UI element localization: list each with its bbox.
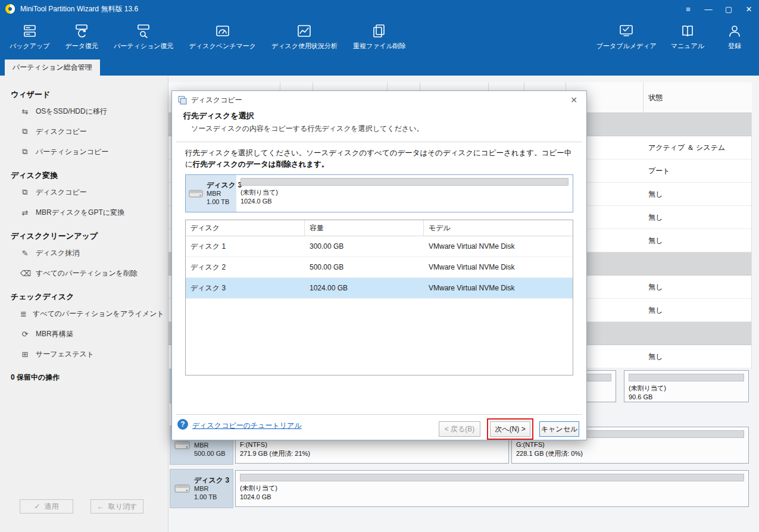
status-cell: 無し: [648, 212, 663, 223]
toolbar-item-backup[interactable]: バックアップ: [10, 23, 50, 51]
toolbar-item-duplicate-remover[interactable]: 重複ファイル削除: [353, 23, 406, 51]
sidebar-item-label: MBR再構築: [36, 329, 73, 339]
status-cell: 無し: [648, 305, 663, 315]
toolbar-item-label: マニュアル: [671, 42, 704, 51]
toolbar-item-label: ディスクベンチマーク: [189, 42, 256, 51]
dialog-header: ディスクコピー ✕: [172, 91, 586, 109]
disk-type: MBR: [194, 484, 229, 493]
disk-table-row-3-selected[interactable]: ディスク 3 1024.00 GB VMware Virtual NVMe Di…: [186, 278, 573, 299]
disk-copy-icon: [178, 96, 187, 105]
sidebar-item-wipe-disk[interactable]: ✎ ディスク抹消: [11, 243, 163, 263]
toolbar-item-bootable-media[interactable]: ブータブルメディア: [596, 23, 657, 51]
disk-copy-icon: ⧉: [20, 187, 30, 197]
toolbar-item-disk-benchmark[interactable]: ディスクベンチマーク: [189, 23, 256, 51]
capacity-cell: 1024.00 GB: [305, 284, 424, 292]
app-logo-icon: [5, 4, 15, 14]
status-cell: 無し: [648, 236, 663, 246]
partition-label: (未割り当て): [240, 188, 569, 197]
wipe-disk-icon: ✎: [20, 249, 30, 258]
sidebar-item-rebuild-mbr[interactable]: ⟳ MBR再構築: [11, 324, 163, 344]
sidebar-item-disk-copy[interactable]: ⧉ ディスクコピー: [11, 121, 163, 142]
partition-box-unallocated[interactable]: (未割り当て) 1024.0 GB: [235, 470, 749, 507]
undo-button[interactable]: ← 取り消す: [90, 499, 143, 514]
divider: [176, 142, 582, 142]
menu-button[interactable]: ≡: [678, 0, 698, 18]
status-cell: 無し: [648, 282, 663, 292]
disk-size: 500.00 GB: [194, 449, 229, 458]
apply-button-label: 適用: [45, 502, 59, 512]
disk-benchmark-icon: [215, 23, 230, 39]
disk-name: ディスク 3: [194, 476, 229, 484]
backup-icon: [22, 23, 38, 39]
sidebar-item-disk-copy-2[interactable]: ⧉ ディスクコピー: [11, 182, 163, 202]
disk-icon: [189, 189, 203, 199]
surface-test-icon: ⊞: [20, 350, 30, 359]
tabbar: パーティション総合管理: [0, 60, 759, 76]
column-header-capacity: 容量: [305, 220, 424, 236]
align-partitions-icon: ≣: [20, 309, 27, 318]
capacity-cell: 300.00 GB: [305, 242, 424, 251]
bootable-media-icon: [619, 23, 634, 39]
partition-box-unallocated[interactable]: (未割り当て) 90.6 GB: [624, 370, 749, 402]
model-cell: VMware Virtual NVMe Disk: [424, 242, 573, 251]
usage-bar: [629, 374, 744, 381]
apply-button[interactable]: ✓ 適用: [20, 499, 73, 514]
partition-size: 228.1 GB (使用済: 0%): [516, 449, 744, 458]
sidebar-section-disk-convert: ディスク変換: [11, 170, 163, 182]
disk-map-row-disk3: ディスク 3 MBR 1.00 TB (未割り当て) 1024.0 GB: [170, 469, 749, 508]
status-cell: 無し: [648, 352, 663, 362]
help-icon[interactable]: ?: [177, 419, 188, 430]
toolbar-item-label: 重複ファイル削除: [353, 42, 406, 51]
toolbar-item-data-recovery[interactable]: データ復元: [65, 23, 99, 51]
disk-table-row-2[interactable]: ディスク 2 500.00 GB VMware Virtual NVMe Dis…: [186, 257, 573, 278]
sidebar-item-align-all-partitions[interactable]: ≣ すべてのパーティションをアライメント: [11, 303, 163, 324]
manual-icon: [680, 23, 695, 39]
sidebar-item-label: サーフェステスト: [36, 349, 94, 359]
next-button[interactable]: 次へ(N) >: [490, 421, 530, 437]
sidebar-item-migrate-os[interactable]: ⇆ OSをSSD/HDDに移行: [11, 101, 163, 121]
rebuild-mbr-icon: ⟳: [20, 330, 30, 339]
column-header-model: モデル: [424, 220, 573, 236]
sidebar-section-wizard: ウィザード: [11, 89, 163, 101]
dialog-heading: 行先ディスクを選択: [183, 111, 254, 121]
sidebar-item-partition-copy[interactable]: ⧉ パーティションコピー: [11, 142, 163, 162]
toolbar-item-label: ディスク使用状況分析: [271, 42, 338, 51]
minimize-button[interactable]: —: [698, 0, 719, 18]
disk3-label[interactable]: ディスク 3 MBR 1.00 TB: [170, 469, 233, 508]
back-button[interactable]: < 戻る(B): [439, 421, 480, 437]
mbr-to-gpt-icon: ⇄: [20, 208, 30, 217]
dialog-close-icon[interactable]: ✕: [567, 95, 580, 105]
usage-bar: [240, 178, 569, 186]
toolbar-item-space-analyzer[interactable]: ディスク使用状況分析: [271, 23, 338, 51]
sidebar-item-mbr-to-gpt[interactable]: ⇄ MBRディスクをGPTに変換: [11, 202, 163, 223]
partition-size: 1024.0 GB: [240, 197, 569, 206]
toolbar-item-register[interactable]: 登録: [719, 23, 751, 51]
disk-type: MBR: [194, 441, 229, 449]
cancel-button[interactable]: キャンセル: [539, 421, 579, 437]
disk-copy-icon: ⧉: [20, 127, 30, 136]
partition-size: 1024.0 GB: [240, 493, 744, 502]
close-button[interactable]: ✕: [739, 0, 759, 18]
toolbar-item-manual[interactable]: マニュアル: [671, 23, 704, 51]
disk-table-header: ディスク 容量 モデル: [186, 220, 573, 236]
model-cell: VMware Virtual NVMe Disk: [424, 263, 573, 271]
target-disk-preview[interactable]: ディスク 3 MBR 1.00 TB (未割り当て) 1024.0 GB: [185, 174, 573, 212]
partition-copy-icon: ⧉: [20, 147, 30, 157]
capacity-cell: 500.00 GB: [305, 263, 424, 271]
target-disk-partition: (未割り当て) 1024.0 GB: [236, 175, 573, 212]
delete-all-partitions-icon: ⌫: [20, 269, 30, 278]
toolbar-item-partition-recovery[interactable]: パーティション復元: [114, 23, 174, 51]
sidebar-item-label: OSをSSD/HDDに移行: [36, 107, 107, 117]
sidebar-item-delete-all-partitions[interactable]: ⌫ すべてのパーティションを削除: [11, 263, 163, 283]
disk-table-row-1[interactable]: ディスク 1 300.00 GB VMware Virtual NVMe Dis…: [186, 236, 573, 257]
maximize-button[interactable]: ▢: [719, 0, 739, 18]
usage-bar: [240, 474, 744, 481]
toolbar-item-label: ブータブルメディア: [596, 42, 657, 51]
toolbar: バックアップ データ復元 パーティション復元 ディスクベンチマーク ディスク使用…: [0, 18, 759, 60]
sidebar-item-surface-test[interactable]: ⊞ サーフェステスト: [11, 344, 163, 364]
partition-label: (未割り当て): [240, 484, 744, 493]
space-analyzer-icon: [296, 23, 312, 39]
apply-check-icon: ✓: [34, 502, 40, 511]
tab-partition-management[interactable]: パーティション総合管理: [5, 60, 100, 76]
tutorial-link[interactable]: ディスクコピーのチュートリアル: [192, 421, 302, 431]
